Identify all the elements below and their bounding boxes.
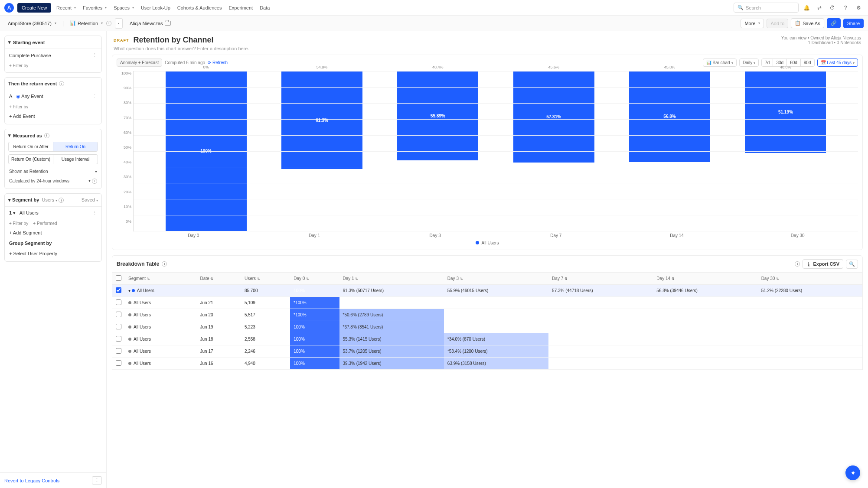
return-event-select[interactable]: A ◉ Any Event ⋮ [5, 90, 101, 103]
folder-icon [165, 21, 171, 26]
more-button[interactable]: More [741, 19, 764, 28]
info-icon[interactable]: i [44, 133, 49, 138]
timer-icon[interactable]: ⏱ [827, 3, 838, 13]
measure-return-on[interactable]: Return On [53, 142, 98, 151]
notifications-icon[interactable]: 🔔 [801, 3, 812, 13]
table-row[interactable]: All UsersJun 182,558100%55.3% (1415 User… [112, 333, 862, 345]
measure-return-custom[interactable]: Return On (Custom) [9, 155, 53, 164]
shown-as-select[interactable]: Shown as Retention▾ [5, 167, 101, 176]
return-filter-by[interactable]: + Filter by [5, 103, 101, 111]
nav-user-lookup[interactable]: User Look-Up [141, 5, 170, 10]
return-event-panel: Then the return event i A ◉ Any Event ⋮ … [4, 77, 102, 124]
measured-as-panel: ▾ Measured as i Return On or After Retur… [4, 129, 102, 189]
select-user-property[interactable]: + Select User Property [5, 248, 101, 259]
measure-usage-interval[interactable]: Usage Interval [53, 155, 98, 164]
controls-sidebar: ▾ Starting event Complete Purchase⋮ + Fi… [0, 31, 107, 488]
bar-3[interactable]: 57.31% [513, 71, 594, 163]
activity-icon[interactable]: ⇄ [814, 3, 825, 13]
sub-nav: AmpliStore (380517) | 📊 Retention i ‹ Al… [0, 16, 868, 31]
event-menu-icon[interactable]: ⋮ [92, 94, 97, 99]
export-csv-button[interactable]: ⭳ Export CSV [803, 259, 843, 269]
bar-2[interactable]: 55.89% [397, 71, 478, 160]
revert-legacy-link[interactable]: Revert to Legacy Controls [4, 478, 59, 483]
row-checkbox[interactable] [116, 336, 121, 342]
breakdown-table-panel: Breakdown Table i i ⭳ Export CSV 🔍 Segme… [112, 255, 863, 370]
row-checkbox[interactable] [116, 287, 121, 293]
plot-area: 0%100%54.8%61.3%48.4%55.89%45.6%57.31%45… [133, 71, 858, 231]
table-row[interactable]: ▾ All Users85,700100%61.3% (50717 Users)… [112, 285, 862, 297]
breakdown-info-icon[interactable]: i [795, 261, 800, 267]
add-event-button[interactable]: + Add Event [5, 111, 101, 121]
info-icon[interactable]: i [59, 81, 64, 86]
row-checkbox[interactable] [116, 312, 121, 317]
info-icon[interactable]: i [162, 261, 167, 267]
content-area: DRAFT Retention by Channel You can view … [107, 31, 868, 488]
info-icon[interactable]: i [92, 179, 97, 184]
measure-return-on-after[interactable]: Return On or After [9, 142, 53, 151]
row-checkbox[interactable] [116, 360, 121, 366]
create-new-button[interactable]: Create New [17, 3, 51, 13]
nav-recent[interactable]: Recent [56, 5, 76, 10]
nav-cohorts[interactable]: Cohorts & Audiences [177, 5, 222, 10]
starting-event-header[interactable]: ▾ Starting event [5, 36, 101, 49]
legend-dot-icon [476, 241, 479, 244]
project-dropdown[interactable]: AmpliStore (380517) [4, 20, 60, 27]
segment-filter-by[interactable]: + Filter by + Performed [5, 219, 101, 228]
table-row[interactable]: All UsersJun 164,940100%39.3% (1942 User… [112, 358, 862, 370]
starting-event-panel: ▾ Starting event Complete Purchase⋮ + Fi… [4, 36, 102, 73]
starting-filter-by[interactable]: + Filter by [5, 62, 101, 70]
row-checkbox[interactable] [116, 324, 121, 329]
global-search[interactable]: 🔍 Search [734, 3, 799, 13]
table-row[interactable]: All UsersJun 172,246100%53.7% (1205 User… [112, 345, 862, 358]
sidebar-more-icon[interactable]: ⋮ [92, 476, 102, 485]
chart-title[interactable]: Retention by Channel [134, 36, 214, 45]
table-row[interactable]: All UsersJun 195,223100%*67.8% (3541 Use… [112, 321, 862, 333]
bar-4[interactable]: 56.8% [629, 71, 710, 162]
return-event-header: Then the return event i [5, 78, 101, 90]
y-axis: 100%90%80%70%60%50%40%30%20%10%0% [117, 71, 133, 231]
row-checkbox[interactable] [116, 348, 121, 354]
group-segment-by-label: Group Segment by [5, 238, 101, 248]
nav-favorites[interactable]: Favorites [83, 5, 107, 10]
nav-experiment[interactable]: Experiment [228, 5, 253, 10]
starting-event-select[interactable]: Complete Purchase⋮ [5, 49, 101, 62]
select-all-checkbox[interactable] [116, 275, 121, 281]
help-icon[interactable]: ? [840, 3, 851, 13]
table-row[interactable]: All UsersJun 215,109*100% [112, 297, 862, 309]
share-button[interactable]: Share [843, 19, 864, 28]
saved-segments-dropdown[interactable]: Saved [82, 197, 98, 202]
owner-label[interactable]: Alicja Niewczas [126, 20, 174, 27]
table-search-button[interactable]: 🔍 [846, 260, 858, 269]
collapse-sidebar-button[interactable]: ‹ [115, 18, 123, 29]
settings-icon[interactable]: ⚙ [853, 3, 864, 13]
nav-data[interactable]: Data [260, 5, 270, 10]
help-fab[interactable]: ✦ [845, 465, 860, 480]
segment-users-dropdown[interactable]: Users [42, 197, 58, 202]
usage-label: 1 Dashboard • 0 Notebooks [781, 40, 861, 45]
app-logo[interactable]: A [4, 3, 14, 13]
refresh-button[interactable]: ⟳ Refresh [208, 60, 228, 65]
analysis-type-dropdown[interactable]: 📊 Retention [66, 19, 106, 27]
search-icon: 🔍 [737, 5, 744, 10]
nav-spaces[interactable]: Spaces [114, 5, 134, 10]
chart-description[interactable]: What question does this chart answer? En… [107, 46, 868, 55]
measured-as-header[interactable]: ▾ Measured as i [5, 129, 101, 142]
info-icon[interactable]: i [106, 21, 111, 26]
table-row[interactable]: All UsersJun 205,517*100%*50.6% (2789 Us… [112, 309, 862, 321]
chart-legend: All Users [117, 238, 858, 246]
computed-label: Computed 6 min ago [165, 60, 205, 65]
segment-row[interactable]: 1 ▾ All Users ⋮ [5, 206, 101, 219]
breakdown-title: Breakdown Table [117, 261, 159, 267]
bar-5[interactable]: 51.19% [745, 71, 826, 153]
segment-by-header[interactable]: ▾ Segment by Users i Saved [5, 194, 101, 207]
bar-1[interactable]: 61.3% [281, 71, 362, 169]
save-as-button[interactable]: 📋 Save As [791, 18, 824, 28]
add-to-button: Add to [767, 19, 788, 28]
info-icon[interactable]: i [59, 198, 64, 203]
calculated-by-select[interactable]: Calculated by 24-hour windows▾ i [5, 176, 101, 186]
segment-menu-icon[interactable]: ⋮ [92, 210, 97, 216]
link-button[interactable]: 🔗 [827, 18, 841, 28]
add-segment-button[interactable]: + Add Segment [5, 228, 101, 238]
row-checkbox[interactable] [116, 299, 121, 305]
event-menu-icon[interactable]: ⋮ [92, 52, 97, 58]
